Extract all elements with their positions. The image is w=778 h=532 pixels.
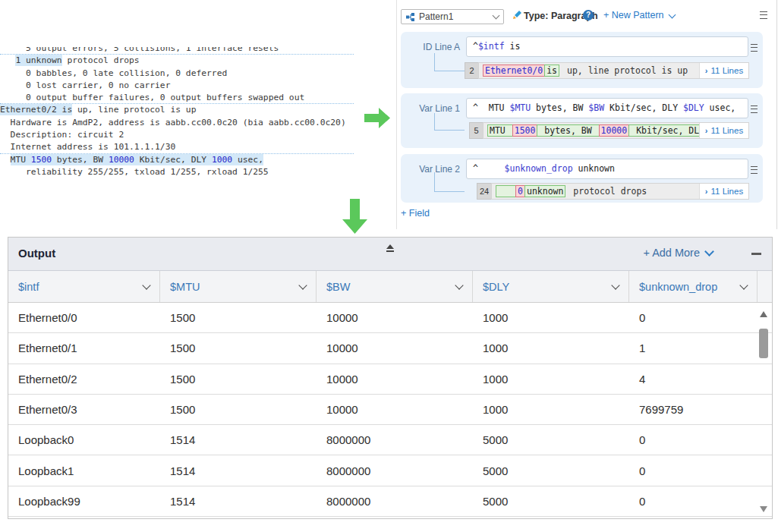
- connector-line: [434, 53, 465, 71]
- column-header-label: $DLY: [483, 281, 509, 293]
- section-menu-icon[interactable]: [751, 44, 758, 52]
- chevron-down-icon: [739, 281, 748, 289]
- pattern-section: Var Line 1^ MTU $MTU bytes, BW $BW Kbit/…: [401, 93, 763, 148]
- variable-token: $intf: [478, 41, 505, 52]
- pattern-text: ^: [473, 41, 478, 52]
- table-cell: 5000: [473, 433, 629, 446]
- variable-token: $MTU: [509, 102, 531, 113]
- column-header-MTU[interactable]: $MTU: [160, 271, 317, 302]
- panel-menu-icon[interactable]: [760, 11, 767, 19]
- table-cell: 1500: [160, 373, 317, 386]
- table-cell: Loopback0: [8, 433, 160, 446]
- table-cell: 1500: [160, 311, 317, 324]
- table-row: Ethernet0/015001000010000: [8, 303, 772, 333]
- column-header-BW[interactable]: $BW: [317, 271, 473, 302]
- matched-literal: is: [544, 65, 559, 77]
- table-header-row: $intf$MTU$BW$DLY$unknown_drop: [8, 271, 772, 303]
- collapse-up-icon[interactable]: [386, 244, 395, 252]
- chevron-down-icon: [298, 281, 307, 289]
- lines-count-label: 11 Lines: [711, 126, 744, 135]
- table-cell: 4: [629, 373, 758, 386]
- table-row: Ethernet0/215001000010004: [8, 364, 772, 395]
- pattern-section: ID Line A^$intf is2Ethernet0/0is up, lin…: [401, 32, 763, 88]
- source-line: 0 babbles, 0 late collision, 0 deferred: [0, 68, 354, 80]
- table-cell: Loopback99: [8, 495, 160, 508]
- match-lines-link[interactable]: ›11 Lines: [699, 123, 748, 138]
- chevron-down-icon: [611, 281, 619, 289]
- table-cell: 8000000: [317, 464, 473, 477]
- vertical-scrollbar[interactable]: [758, 304, 770, 515]
- section-menu-icon[interactable]: [751, 166, 758, 174]
- matched-text: 1500: [31, 155, 52, 165]
- source-line: Hardware is AmdP2, address is aabb.cc00.…: [0, 117, 354, 129]
- table-body: Ethernet0/015001000010000Ethernet0/11500…: [8, 303, 772, 517]
- pattern-section: Var Line 2^ $unknown_drop unknown24 0unk…: [401, 154, 763, 203]
- table-row: Loopback11514800000050000: [8, 455, 772, 486]
- matched-text: 1 unknown: [15, 55, 61, 65]
- source-text: up, line protocol is up: [72, 105, 196, 115]
- table-cell: 1000: [473, 403, 629, 416]
- pattern-input[interactable]: ^$intf is: [466, 36, 748, 57]
- matched-value: 10000: [599, 124, 630, 137]
- pattern-text: unknown: [573, 163, 615, 174]
- matched-text: 10000: [109, 155, 134, 165]
- table-cell: 1000: [473, 311, 629, 324]
- pattern-text: ^ MTU: [473, 102, 509, 113]
- matched-text: usec,: [232, 155, 263, 165]
- add-field-button[interactable]: + Field: [401, 208, 430, 219]
- source-text: 5 output errors, 5 collisions, 1 interfa…: [0, 47, 279, 53]
- matched-value: 1500: [512, 124, 538, 137]
- table-cell: 5000: [473, 464, 629, 477]
- connector-line: [434, 113, 465, 131]
- help-icon[interactable]: ?: [583, 10, 594, 20]
- scroll-up-icon[interactable]: [760, 311, 767, 317]
- minimize-icon[interactable]: [751, 253, 761, 255]
- scrollbar-thumb[interactable]: [759, 329, 768, 358]
- table-cell: 10000: [317, 373, 473, 386]
- chevron-down-icon: [668, 11, 676, 18]
- pattern-text: ^: [473, 163, 505, 174]
- column-header-label: $BW: [326, 281, 350, 293]
- match-line-bar: 0unknown protocol drops›11 Lines: [491, 183, 749, 200]
- source-line: Description: circuit 2: [0, 129, 354, 141]
- match-row: 24 0unknown protocol drops›11 Lines: [477, 183, 749, 200]
- match-row: 5MTU 1500 bytes, BW 10000 Kbit/sec, DLY …: [469, 122, 749, 139]
- table-cell: 1500: [160, 403, 317, 416]
- scroll-down-icon[interactable]: [760, 506, 767, 512]
- match-line-number: 24: [477, 183, 491, 200]
- table-cell: 0: [629, 433, 758, 446]
- edit-pencil-icon[interactable]: [512, 11, 521, 20]
- section-menu-icon[interactable]: [751, 105, 758, 113]
- new-pattern-button[interactable]: + New Pattern: [603, 10, 675, 20]
- pattern-input[interactable]: ^ $unknown_drop unknown: [466, 159, 748, 179]
- add-more-button[interactable]: + Add More: [643, 247, 713, 259]
- table-cell: 1: [629, 342, 758, 354]
- flow-arrow-right-icon: [364, 108, 390, 128]
- column-header-DLY[interactable]: $DLY: [473, 271, 629, 302]
- matched-literal: bytes, BW: [537, 124, 599, 137]
- table-cell: 8000000: [317, 495, 473, 508]
- output-title: Output: [18, 247, 55, 260]
- header-gutter: [758, 271, 772, 302]
- table-cell: 10000: [317, 311, 473, 324]
- pattern-input[interactable]: ^ MTU $MTU bytes, BW $BW Kbit/sec, DLY $…: [466, 98, 748, 118]
- table-row: Ethernet0/115001000010001: [8, 333, 772, 364]
- table-row: Ethernet0/315001000010007699759: [8, 395, 772, 425]
- column-header-intf[interactable]: $intf: [8, 271, 160, 302]
- table-cell: 1500: [160, 342, 317, 354]
- match-lines-link[interactable]: ›11 Lines: [699, 63, 748, 78]
- match-text: protocol drops: [565, 185, 647, 197]
- chevron-down-icon: [704, 247, 714, 257]
- chevron-down-icon: [455, 281, 463, 289]
- chevron-right-icon: ›: [705, 126, 708, 135]
- lines-count-label: 11 Lines: [711, 66, 744, 75]
- match-line-number: 5: [469, 122, 483, 139]
- pattern-select[interactable]: Pattern1: [401, 9, 504, 24]
- match-lines-link[interactable]: ›11 Lines: [699, 184, 748, 199]
- column-header-unknown_drop[interactable]: $unknown_drop: [629, 271, 758, 302]
- source-text: Internet address is 101.1.1.1/30: [0, 142, 175, 152]
- table-cell: 1514: [160, 495, 317, 508]
- source-text: 0 output buffer failures, 0 output buffe…: [0, 93, 304, 102]
- table-cell: 0: [629, 311, 758, 324]
- table-cell: 8000000: [317, 433, 473, 446]
